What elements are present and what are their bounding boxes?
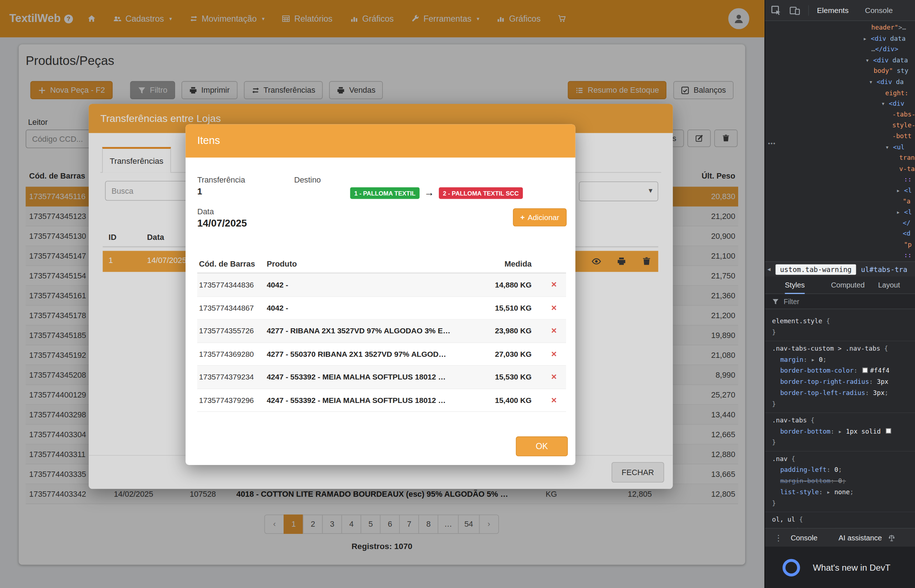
cell-barcode: 1735774379234	[199, 373, 254, 381]
crumbs-scroll-left-icon[interactable]: ◂	[768, 265, 771, 273]
tree-line[interactable]: header">…	[765, 23, 915, 34]
tree-line[interactable]: <d	[765, 229, 915, 239]
cell-barcode: 1735774355726	[199, 326, 254, 335]
css-line[interactable]: .nav-tabs-custom > .nav-tabs {	[772, 343, 915, 354]
data-label: Data	[197, 207, 214, 216]
css-line[interactable]: ol, ul {	[772, 514, 915, 525]
tree-line[interactable]: -tabs-	[765, 110, 915, 121]
drawer-tab-ai-assistance[interactable]: AI assistance	[839, 533, 882, 542]
css-line[interactable]: border-bottom: ▸ 1px solid	[772, 426, 915, 437]
tab-computed[interactable]: Computed	[831, 281, 865, 289]
css-line[interactable]: element.style {	[772, 316, 915, 327]
styles-filter[interactable]: Filter	[765, 294, 915, 309]
destino-label: Destino	[294, 176, 321, 184]
cell-medida: 15,530 KG	[495, 373, 532, 381]
destination-badge: 2 - PALLOMA TEXTIL SCC	[439, 187, 523, 199]
tab-layout[interactable]: Layout	[878, 281, 900, 289]
tree-line[interactable]: ▾ <ul	[765, 142, 915, 153]
item-row: 17357743692804277 - 550370 RIBANA 2X1 35…	[197, 343, 566, 366]
tree-ellipsis-icon[interactable]: •••	[768, 140, 776, 147]
sidebar-pane-tabs: Styles Computed Layout	[765, 277, 915, 294]
cell-produto: 4277 - RIBANA 2X1 3527VD 97% ALGODAO 3% …	[267, 326, 468, 335]
col-codigo: Cód. de Barras	[199, 260, 255, 268]
adicionar-label: Adicionar	[527, 213, 559, 221]
itens-table-header: Cód. de Barras Produto Medida	[197, 256, 566, 274]
css-rule: ol, ul {margin-top: 0;margin-botto	[765, 512, 915, 528]
remove-item-button[interactable]: ×	[551, 326, 557, 336]
remove-item-button[interactable]: ×	[551, 303, 557, 313]
breadcrumb-selected[interactable]: ustom.tab-warning	[775, 264, 857, 275]
breadcrumb-next[interactable]: ul#tabs-tra	[861, 265, 907, 273]
css-line[interactable]: padding-left: 0;	[772, 464, 915, 475]
tree-line[interactable]: ▸ <div data	[765, 34, 915, 44]
css-line[interactable]: }	[772, 327, 915, 338]
cell-medida: 23,980 KG	[495, 326, 532, 335]
itens-modal: Itens Transferência 1 Destino 1 - PALLOM…	[186, 124, 575, 465]
css-line[interactable]: margin-top: 0;	[772, 525, 915, 528]
css-line[interactable]: margin-bottom: 0;	[772, 475, 915, 487]
item-row: 17357743792344247 - 553392 - MEIA MALHA …	[197, 366, 566, 389]
drawer-menu-icon[interactable]: ⋮	[774, 533, 782, 542]
tree-line[interactable]: ▸ <l	[765, 207, 915, 218]
remove-item-button[interactable]: ×	[551, 279, 557, 290]
tree-line[interactable]: v-ta	[765, 164, 915, 174]
tree-line[interactable]: "a	[765, 196, 915, 207]
device-toolbar-icon[interactable]	[789, 5, 800, 16]
console-drawer: ⋮ Console AI assistance	[765, 528, 915, 547]
remove-item-button[interactable]: ×	[551, 395, 557, 405]
whats-new-text: What's new in DevT	[813, 562, 891, 572]
toolbar-divider	[808, 5, 809, 16]
tree-line[interactable]: eight:	[765, 88, 915, 99]
css-line[interactable]: }	[772, 498, 915, 509]
tree-line[interactable]: ::	[765, 174, 915, 186]
remove-item-button[interactable]: ×	[551, 372, 557, 382]
css-line[interactable]: .nav-tabs {	[772, 415, 915, 426]
browser-page: TextilWeb ? Cadastros▾Movimentação▾Relat…	[0, 0, 765, 588]
itens-table: 17357743448364042 -14,880 KG×17357743448…	[197, 274, 566, 412]
tab-elements[interactable]: Elements	[817, 6, 849, 15]
whats-new-banner[interactable]: What's new in DevT	[765, 546, 915, 588]
css-line[interactable]: border-top-right-radius: 3px	[772, 376, 915, 388]
transferencia-value: 1	[197, 186, 202, 196]
cell-barcode: 1735774369280	[199, 349, 254, 358]
css-rule: .nav {padding-left: 0;margin-bottom: 0;l…	[765, 452, 915, 512]
tab-styles[interactable]: Styles	[785, 281, 805, 289]
css-rule: .nav-tabs {border-bottom: ▸ 1px solid }	[765, 413, 915, 452]
filter-placeholder: Filter	[784, 297, 799, 305]
tab-console[interactable]: Console	[865, 6, 892, 15]
tree-line[interactable]: ▾ <div	[765, 99, 915, 110]
itens-modal-header: Itens	[186, 124, 575, 157]
tree-line[interactable]: ::	[765, 251, 915, 262]
data-value: 14/07/2025	[197, 218, 247, 229]
css-line[interactable]: margin: ▸ 0;	[772, 354, 915, 365]
css-line[interactable]: border-top-left-radius: 3px;	[772, 388, 915, 399]
tree-line[interactable]: ▾ <div data	[765, 55, 915, 66]
css-line[interactable]: border-bottom-color: #f4f4	[772, 365, 915, 376]
tree-line[interactable]: body" sty	[765, 66, 915, 77]
css-line[interactable]: list-style: ▸ none;	[772, 487, 915, 498]
cell-barcode: 1735774379296	[199, 396, 254, 404]
tree-line[interactable]: tran	[765, 153, 915, 164]
cell-produto: 4042 -	[267, 281, 468, 289]
css-line[interactable]: }	[772, 399, 915, 410]
ok-button[interactable]: OK	[516, 436, 568, 456]
adicionar-button[interactable]: + Adicionar	[513, 208, 567, 226]
tree-line[interactable]: </	[765, 218, 915, 229]
tree-line[interactable]: ▾ <div da	[765, 77, 915, 88]
screen: TextilWeb ? Cadastros▾Movimentação▾Relat…	[0, 0, 915, 588]
css-line[interactable]: .nav {	[772, 454, 915, 465]
css-rule: element.style {}	[765, 314, 915, 341]
css-line[interactable]: }	[772, 437, 915, 448]
tree-line[interactable]: ▸ <l	[765, 186, 915, 196]
cell-medida: 14,880 KG	[495, 281, 532, 289]
remove-item-button[interactable]: ×	[551, 349, 557, 359]
tree-line[interactable]: -bott	[765, 131, 915, 142]
cell-medida: 27,030 KG	[495, 349, 532, 358]
inspect-icon[interactable]	[771, 5, 781, 16]
filter-funnel-icon	[772, 298, 779, 305]
tree-line[interactable]: "p	[765, 240, 915, 251]
tree-line[interactable]: style-	[765, 121, 915, 131]
drawer-tab-console[interactable]: Console	[791, 533, 818, 542]
breadcrumb: ◂ ustom.tab-warning ul#tabs-tra	[765, 262, 915, 277]
tree-line[interactable]: …</div>	[765, 44, 915, 55]
